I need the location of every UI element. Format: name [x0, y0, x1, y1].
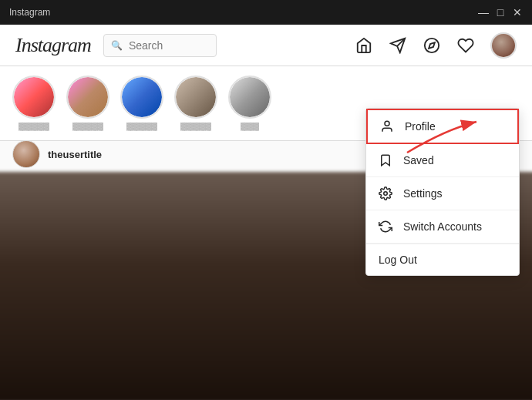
story-avatar — [12, 76, 56, 119]
home-icon[interactable] — [355, 36, 373, 55]
story-label: ▓▓▓ — [241, 122, 259, 131]
person-icon — [380, 119, 394, 133]
current-username: theusertitle — [48, 149, 102, 160]
dropdown-item-saved[interactable]: Saved — [366, 144, 519, 177]
search-container: 🔍 — [103, 34, 217, 57]
current-user-avatar — [12, 140, 40, 168]
dropdown-item-profile[interactable]: Profile — [366, 109, 519, 144]
avatar-image — [492, 34, 515, 57]
story-avatar — [174, 76, 217, 119]
story-item[interactable]: ▓▓▓▓▓ — [12, 76, 56, 131]
dropdown-menu: Profile Saved Setting — [365, 108, 520, 276]
app-window: Instagram 🔍 — [0, 25, 532, 400]
story-label: ▓▓▓▓▓ — [180, 122, 211, 131]
content-area: ▓▓▓▓▓ ▓▓▓▓▓ ▓▓▓▓▓ ▓▓▓▓▓ — [0, 66, 532, 400]
story-label: ▓▓▓▓▓ — [19, 122, 49, 131]
user-row: theusertitle — [12, 140, 102, 168]
navbar: Instagram 🔍 — [0, 25, 532, 66]
svg-marker-3 — [429, 42, 435, 49]
title-bar-controls: — □ ✕ — [478, 7, 523, 18]
close-button[interactable]: ✕ — [512, 7, 523, 18]
settings-label: Settings — [403, 187, 443, 200]
nav-icons — [355, 32, 517, 59]
dropdown-item-switch[interactable]: Switch Accounts — [366, 210, 519, 244]
gear-icon — [379, 187, 392, 200]
dropdown-item-logout[interactable]: Log Out — [366, 244, 519, 275]
logout-label: Log Out — [379, 254, 417, 266]
story-label: ▓▓▓▓▓ — [126, 122, 157, 131]
maximize-button[interactable]: □ — [495, 7, 506, 18]
likes-icon[interactable] — [456, 36, 475, 55]
svg-point-4 — [385, 121, 389, 126]
profile-label: Profile — [405, 120, 436, 133]
dropdown-item-settings[interactable]: Settings — [366, 177, 519, 210]
app-logo: Instagram — [15, 34, 91, 57]
title-bar: Instagram — □ ✕ — [0, 0, 532, 25]
bookmark-icon — [379, 153, 392, 167]
profile-avatar-button[interactable] — [490, 32, 517, 59]
explore-icon[interactable] — [423, 36, 441, 55]
svg-point-2 — [425, 38, 439, 52]
story-avatar — [120, 76, 163, 119]
saved-label: Saved — [403, 154, 434, 166]
story-avatar — [66, 76, 109, 119]
story-item[interactable]: ▓▓▓▓▓ — [174, 76, 217, 131]
title-bar-title: Instagram — [9, 7, 50, 18]
svg-point-5 — [384, 192, 388, 196]
search-icon: 🔍 — [111, 40, 123, 51]
story-item[interactable]: ▓▓▓▓▓ — [120, 76, 163, 131]
switch-label: Switch Accounts — [403, 220, 482, 233]
story-label: ▓▓▓▓▓ — [72, 122, 103, 131]
direct-icon[interactable] — [389, 36, 407, 55]
story-avatar — [228, 76, 271, 119]
story-item[interactable]: ▓▓▓▓▓ — [66, 76, 109, 131]
switch-icon — [379, 220, 392, 234]
minimize-button[interactable]: — — [478, 7, 489, 18]
story-item[interactable]: ▓▓▓ — [228, 76, 271, 131]
